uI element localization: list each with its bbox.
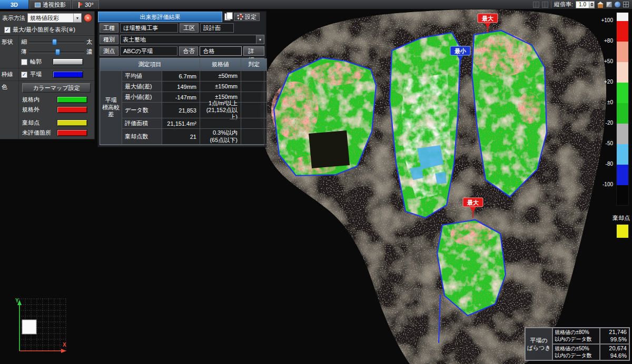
row-value: 6.7mm <box>162 71 200 82</box>
row-value: 21,151.4m² <box>162 118 200 129</box>
legend-color-block <box>617 124 628 144</box>
light-label: 薄 <box>21 48 27 56</box>
close-icon[interactable] <box>84 14 92 22</box>
settings-label: 設定 <box>245 13 256 21</box>
marker-max-label: 最大 <box>467 199 479 206</box>
unevaluated-color-swatch[interactable] <box>57 129 87 136</box>
legend-color-block <box>617 13 628 21</box>
in-spec-color-swatch[interactable] <box>57 96 87 103</box>
chevron-down-icon[interactable] <box>256 35 264 44</box>
work-zone-label: 工区 <box>180 23 199 33</box>
legend-color-block <box>617 185 628 205</box>
view-option-icon[interactable] <box>533 2 539 8</box>
viewport-3d[interactable]: 最大 最小 最大 <box>0 0 632 364</box>
home-view-icon[interactable] <box>597 2 604 8</box>
outline-color-swatch[interactable] <box>53 58 83 65</box>
row-item: 平均値 <box>122 71 162 82</box>
axis-selection-box[interactable] <box>22 320 36 334</box>
legend-color-block <box>617 42 628 62</box>
perspective-button[interactable]: 透視投影 <box>29 0 71 9</box>
legend-tick: +20 <box>588 79 613 85</box>
row-spec: 1点/m²以上 (21,152点以上) <box>200 103 241 118</box>
legend-tick: -20 <box>588 120 613 126</box>
variance-row-label: 規格値の±80% 以内のデータ数 <box>552 328 600 344</box>
legend-reject-swatch <box>616 224 629 238</box>
legend-color-block <box>617 103 628 124</box>
spinner-up-icon[interactable] <box>590 3 594 4</box>
out-spec-label: 規格外 <box>22 106 57 114</box>
variance-row-pct: 99.5% <box>610 336 627 343</box>
legend-color-block <box>617 144 628 165</box>
legend-color-bar <box>616 12 629 206</box>
column-header-judge: 判定 <box>241 58 267 71</box>
legend-color-block <box>617 62 628 83</box>
row-item: 棄却点数 <box>122 129 162 145</box>
tab-3d[interactable]: 3D <box>0 0 28 9</box>
angle-button[interactable]: 30° <box>72 0 99 9</box>
outline-checkbox[interactable] <box>21 59 27 65</box>
variance-row-label: 規格値の±50% 以内のデータ数 <box>552 344 600 360</box>
color-section-label: 色 <box>0 81 19 139</box>
pin-icon <box>77 2 83 8</box>
legend-tick: +80 <box>588 38 613 44</box>
vertical-scale-value[interactable]: 1.0 <box>576 2 589 7</box>
station-value: ABCの平場 <box>120 46 177 56</box>
variance-row-pct: 94.6% <box>610 352 627 360</box>
colormap-settings-button[interactable]: カラーマップ設定 <box>22 83 91 93</box>
out-spec-color-swatch[interactable] <box>57 106 87 113</box>
show-minmax-checkbox[interactable] <box>4 27 11 33</box>
field-left-red-patch <box>311 62 363 85</box>
category-label: 種別 <box>100 35 118 44</box>
row-value: 21,853 <box>162 103 200 118</box>
variance-row-value: 20,674 <box>609 345 627 352</box>
color-scale-legend: 規格値比(%) +100 +80 +50 +20 ±0 -20 -50 -80 … <box>585 1 630 238</box>
column-header-item: 測定項目 <box>100 58 200 71</box>
grid-view-icon[interactable] <box>623 2 629 7</box>
thick-label: 太 <box>86 38 92 46</box>
display-method-value: 規格値段彩 <box>28 14 73 22</box>
work-type-value: ほ場整備工事 <box>120 23 178 33</box>
chevron-down-icon[interactable] <box>73 14 81 22</box>
legend-tick: +100 <box>588 17 613 23</box>
category-dropdown[interactable]: 表土整地 <box>120 35 264 44</box>
angle-label: 30° <box>85 2 94 8</box>
monitor-icon <box>35 3 41 7</box>
slider-handle[interactable] <box>52 39 57 45</box>
settings-button[interactable]: 設定 <box>234 13 260 21</box>
flat-area-label: 平場 <box>30 70 50 78</box>
spinner-arrows[interactable] <box>589 2 594 8</box>
globe-view-icon[interactable] <box>615 2 620 7</box>
detail-button[interactable]: 詳細 <box>243 46 264 56</box>
reject-color-swatch[interactable] <box>57 119 87 126</box>
row-value: 21 <box>162 129 200 145</box>
spinner-down-icon[interactable] <box>590 5 594 6</box>
flat-area-color-swatch[interactable] <box>53 71 83 78</box>
y-axis-arrow: Y <box>15 298 22 351</box>
density-slider[interactable] <box>29 48 84 56</box>
display-method-label: 表示方法 <box>2 14 25 22</box>
x-axis-label: X <box>63 342 66 348</box>
outline-label: 輪郭 <box>30 58 50 66</box>
view-option-icon[interactable] <box>542 2 548 8</box>
field-right-red-patch <box>472 34 534 76</box>
slider-handle[interactable] <box>55 49 60 55</box>
point-size-slider[interactable] <box>29 38 84 46</box>
work-type-label: 工種 <box>100 23 118 33</box>
row-spec <box>200 118 241 129</box>
legend-reject-label: 棄却点 <box>613 214 630 222</box>
marker-max-label: 最大 <box>481 15 494 22</box>
vertical-scale-spinner[interactable]: 1.0 <box>576 1 595 8</box>
reject-point-label: 棄却点 <box>22 119 57 127</box>
display-method-dropdown[interactable]: 規格値段彩 <box>27 13 82 23</box>
dense-label: 濃 <box>86 48 92 56</box>
legend-tick: ±0 <box>588 99 613 105</box>
x-axis-arrow: X <box>19 342 66 353</box>
copy-report-icon[interactable] <box>224 13 231 21</box>
top-toolbar: 3D 透視投影 30° 縦倍率: 1.0 <box>0 0 632 9</box>
shape-section-label: 形状 <box>0 36 19 68</box>
cube-view-icon[interactable] <box>606 2 612 7</box>
variance-title: 平場の ばらつき <box>525 328 552 360</box>
flat-area-checkbox[interactable] <box>21 72 27 78</box>
y-axis-label: Y <box>15 298 19 304</box>
axis-orientation-widget[interactable]: Y X <box>12 296 71 360</box>
